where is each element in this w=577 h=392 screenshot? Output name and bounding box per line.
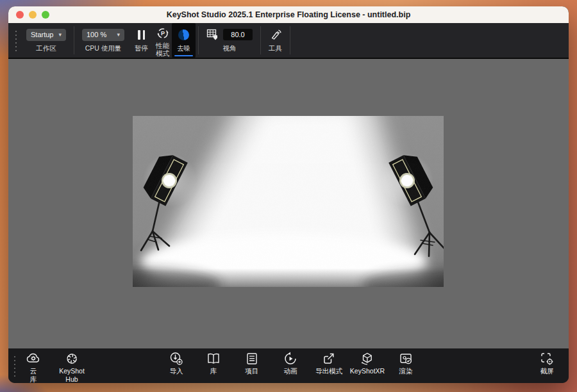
view-angle-group: 80.0 视角 (201, 23, 258, 58)
library-icon (205, 351, 222, 366)
render-label: 渲染 (399, 367, 413, 375)
performance-mode-label-line2: 模式 (156, 49, 169, 57)
tools-label: 工具 (269, 44, 282, 52)
render-button[interactable]: 渲染 (398, 351, 414, 375)
animation-icon (283, 351, 298, 366)
pause-icon (138, 30, 145, 40)
toolbar-separator (290, 26, 290, 54)
window-title: KeyShot Studio 2025.1 Enterprise Floatin… (8, 6, 569, 23)
cpu-usage-dropdown[interactable]: 100 % ▾ (82, 29, 124, 41)
export-mode-icon (321, 351, 337, 366)
cloud-library-icon (25, 351, 42, 366)
toolbar-drag-handle[interactable] (15, 29, 17, 51)
import-button[interactable]: 导入 (169, 351, 184, 375)
keyshot-hub-label-line1: KeyShot (59, 367, 85, 375)
keyshot-hub-icon (64, 351, 79, 366)
cloud-library-label-line2: 库 (30, 375, 37, 383)
workspace-label: 工作区 (36, 44, 56, 52)
performance-mode-label-line1: 性能 (156, 42, 169, 49)
project-icon (244, 351, 260, 366)
screenshot-icon (539, 351, 555, 366)
keyshot-hub-label-line2: Hub (59, 375, 85, 383)
denoise-active-underline (174, 55, 193, 57)
view-angle-icon (206, 29, 219, 40)
workspace-value: Startup (31, 31, 53, 38)
titlebar: KeyShot Studio 2025.1 Enterprise Floatin… (8, 6, 569, 23)
keyshot-hub-button[interactable]: KeyShot Hub (59, 351, 85, 383)
keyshotxr-button[interactable]: KeyShotXR (350, 351, 385, 375)
render-icon (398, 351, 414, 366)
bottom-dock: 云 库 KeyShot Hub (8, 348, 569, 383)
svg-text:P: P (160, 30, 164, 37)
performance-mode-icon: P (156, 27, 169, 40)
app-window: KeyShot Studio 2025.1 Enterprise Floatin… (8, 6, 569, 383)
performance-mode-button[interactable]: P 性能 模式 (153, 23, 172, 58)
keyshotxr-icon (360, 351, 375, 366)
pause-button[interactable]: 暂停 (130, 23, 153, 58)
pause-label: 暂停 (135, 44, 148, 52)
toolbar-separator (198, 26, 199, 54)
denoise-toggle-button[interactable]: 去噪 (172, 23, 196, 58)
screenshot-label: 截屏 (540, 367, 554, 375)
chevron-down-icon: ▾ (58, 31, 62, 38)
chevron-down-icon: ▾ (117, 31, 120, 38)
cpu-usage-label: CPU 使用量 (85, 44, 122, 52)
animation-label: 动画 (284, 367, 297, 375)
denoise-icon (178, 29, 189, 40)
scene-image (133, 116, 444, 287)
cpu-usage-group: 100 % ▾ CPU 使用量 (77, 23, 130, 58)
library-label: 库 (210, 367, 217, 375)
animation-button[interactable]: 动画 (283, 351, 298, 375)
top-toolbar: Startup ▾ 工作区 100 % ▾ CPU 使用量 暂停 (8, 23, 569, 59)
cloud-library-button[interactable]: 云 库 (25, 351, 42, 383)
project-button[interactable]: 项目 (244, 351, 260, 375)
cloud-library-label-line1: 云 (30, 367, 37, 375)
import-label: 导入 (170, 367, 183, 375)
export-mode-button[interactable]: 导出模式 (315, 351, 342, 375)
export-mode-label: 导出模式 (315, 367, 342, 375)
workspace-dropdown[interactable]: Startup ▾ (26, 29, 66, 41)
view-angle-field[interactable]: 80.0 (223, 29, 253, 40)
toolbar-separator (260, 26, 261, 54)
cpu-usage-value: 100 % (87, 31, 106, 38)
keyshotxr-label: KeyShotXR (350, 367, 385, 375)
library-button[interactable]: 库 (205, 351, 222, 375)
import-icon (169, 351, 184, 366)
screenshot-button[interactable]: 截屏 (539, 351, 555, 375)
project-label: 项目 (246, 367, 259, 375)
tools-icon (269, 28, 282, 41)
dock-drag-handle[interactable] (13, 355, 16, 377)
workspace-group: Startup ▾ 工作区 (21, 23, 71, 58)
denoise-label: 去噪 (177, 44, 190, 52)
toolbar-separator (74, 26, 74, 54)
view-angle-label: 视角 (223, 44, 237, 52)
tools-button[interactable]: 工具 (263, 23, 287, 58)
realtime-viewport[interactable] (8, 59, 569, 348)
